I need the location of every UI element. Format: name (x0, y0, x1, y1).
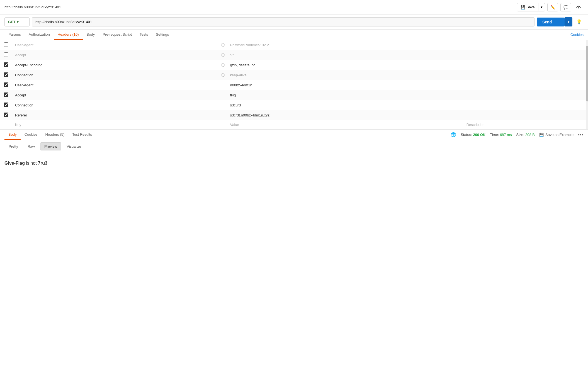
header-description (464, 100, 588, 110)
cookies-link[interactable]: Cookies (570, 30, 584, 40)
tab-tests[interactable]: Tests (136, 30, 152, 40)
response-status-bar: 🌐 Status: 200 OK Time: 687 ms Size: 208 … (451, 132, 584, 137)
header-value: */* (227, 50, 464, 60)
size-label: Size: 208 B (516, 133, 535, 137)
body-tab-preview[interactable]: Preview (40, 142, 61, 150)
tab-authorization[interactable]: Authorization (25, 30, 54, 40)
tab-settings[interactable]: Settings (152, 30, 173, 40)
hint-bulb-button[interactable]: 💡 (575, 18, 584, 26)
value-placeholder: Value (227, 120, 464, 129)
response-text-7ru3: 7ru3 (38, 161, 47, 165)
save-disk-icon: 💾 (521, 5, 525, 9)
table-row: Referers3cr3t.n00bz-4dm1n.xyz (0, 110, 588, 120)
header-key: Accept (12, 90, 218, 100)
header-description (464, 90, 588, 100)
header-description (464, 60, 588, 70)
send-dropdown-button[interactable]: ▾ (565, 17, 572, 26)
header-description (464, 80, 588, 90)
header-value: fl4g (227, 90, 464, 100)
comment-button[interactable]: 💬 (560, 3, 571, 11)
scrollbar-thumb[interactable] (586, 46, 588, 101)
header-checkbox[interactable] (4, 72, 8, 77)
info-icon[interactable]: ⓘ (221, 43, 225, 47)
table-row: Acceptⓘ*/* (0, 50, 588, 60)
header-description (464, 110, 588, 120)
globe-icon: 🌐 (451, 132, 456, 137)
table-row: Acceptfl4g (0, 90, 588, 100)
header-checkbox[interactable] (4, 113, 8, 117)
response-section: Body Cookies Headers (5) Test Results 🌐 … (0, 130, 588, 174)
response-text-is-not: is not (25, 161, 38, 165)
header-key: Connection (12, 100, 218, 110)
send-label: Send (542, 20, 552, 24)
status-label: Status: 200 OK (461, 133, 485, 137)
save-button[interactable]: 💾 Save (517, 3, 538, 11)
header-key: Connection (12, 70, 218, 80)
time-label: Time: 687 ms (490, 133, 512, 137)
send-chevron-icon: ▾ (568, 20, 570, 24)
header-key: Referer (12, 110, 218, 120)
code-button[interactable]: </> (574, 3, 584, 11)
key-placeholder: Key (12, 120, 218, 129)
header-checkbox[interactable] (4, 93, 8, 97)
status-value: 200 OK (473, 133, 485, 137)
save-label: Save (526, 5, 535, 9)
header-value: n00bz-4dm1n (227, 80, 464, 90)
resp-tab-testresults[interactable]: Test Results (68, 130, 96, 140)
send-button[interactable]: Send (537, 18, 565, 26)
header-checkbox[interactable] (4, 82, 8, 87)
header-value: s3cur3 (227, 100, 464, 110)
url-bar: GET ▾ Send ▾ 💡 (0, 14, 588, 30)
method-selector[interactable]: GET ▾ (4, 17, 30, 26)
header-checkbox[interactable] (4, 103, 8, 107)
info-icon[interactable]: ⓘ (221, 63, 225, 67)
header-checkbox[interactable] (4, 52, 8, 57)
edit-pencil-button[interactable]: ✏️ (547, 3, 558, 11)
table-row: Connectionⓘkeep-alive (0, 70, 588, 80)
header-checkbox[interactable] (4, 62, 8, 67)
tab-params[interactable]: Params (4, 30, 25, 40)
header-key: User-Agent (12, 80, 218, 90)
tab-body[interactable]: Body (83, 30, 99, 40)
body-tab-visualize[interactable]: Visualize (62, 142, 85, 150)
header-value: keep-alive (227, 70, 464, 80)
save-dropdown-button[interactable]: ▾ (538, 3, 545, 11)
size-value: 208 B (525, 133, 535, 137)
tab-headers[interactable]: Headers (10) (54, 30, 83, 40)
headers-area: User-AgentⓘPostmanRuntime/7.32.2Acceptⓘ*… (0, 40, 588, 130)
info-icon[interactable]: ⓘ (221, 73, 225, 77)
method-chevron-icon: ▾ (17, 20, 19, 24)
request-tabs: Params Authorization Headers (10) Body P… (0, 30, 588, 40)
header-description (464, 70, 588, 80)
method-label: GET (8, 20, 16, 24)
header-key: User-Agent (12, 40, 218, 50)
table-row: Accept-Encodingⓘgzip, deflate, br (0, 60, 588, 70)
top-bar: http://challs.n00bzunit3d.xyz:31401 💾 Sa… (0, 0, 588, 14)
save-example-label: Save as Example (545, 133, 574, 137)
header-key: Accept-Encoding (12, 60, 218, 70)
header-value: s3cr3t.n00bz-4dm1n.xyz (227, 110, 464, 120)
body-tab-pretty[interactable]: Pretty (4, 142, 22, 150)
header-description (464, 40, 588, 50)
headers-table: User-AgentⓘPostmanRuntime/7.32.2Acceptⓘ*… (0, 40, 588, 129)
table-row: Connections3cur3 (0, 100, 588, 110)
info-icon[interactable]: ⓘ (221, 53, 225, 57)
url-input[interactable] (32, 17, 534, 26)
save-example-icon: 💾 (539, 133, 544, 137)
more-options-button[interactable]: ••• (578, 132, 584, 137)
resp-tab-body[interactable]: Body (4, 130, 21, 140)
resp-tab-cookies[interactable]: Cookies (21, 130, 42, 140)
resp-tab-headers[interactable]: Headers (5) (42, 130, 69, 140)
code-icon: </> (576, 5, 581, 9)
top-bar-actions: 💾 Save ▾ ✏️ 💬 </> (517, 3, 584, 11)
header-description (464, 50, 588, 60)
table-row-placeholder: Key Value Description (0, 120, 588, 129)
header-key: Accept (12, 50, 218, 60)
tab-prerequest[interactable]: Pre-request Script (99, 30, 136, 40)
scrollbar-track[interactable] (586, 40, 588, 129)
body-tab-raw[interactable]: Raw (23, 142, 39, 150)
response-text-give-flag: Give-Flag (4, 161, 25, 165)
save-as-example-button[interactable]: 💾 Save as Example (539, 133, 574, 137)
header-checkbox[interactable] (4, 42, 8, 47)
response-content: Give-Flag is not 7ru3 (0, 153, 588, 174)
